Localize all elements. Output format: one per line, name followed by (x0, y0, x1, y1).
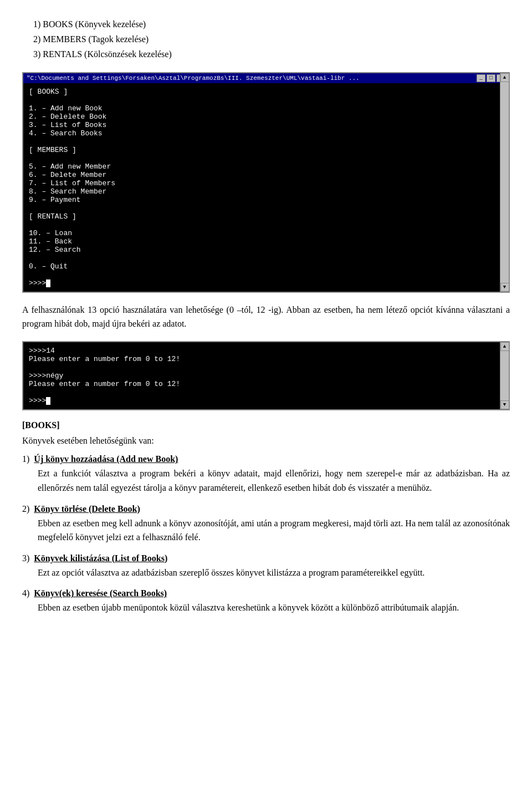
terminal-line: >>>>14 (29, 347, 492, 355)
terminal-content-2: >>>>14 Please enter a number from 0 to 1… (29, 347, 503, 405)
scroll-down-btn-2[interactable]: ▼ (500, 400, 509, 409)
terminal-cursor (46, 279, 50, 287)
book-item-4-header: 4) Könyv(ek) keresése (Search Books) (22, 588, 510, 598)
terminal-scrollbar-1[interactable]: ▲ ▼ (500, 73, 509, 292)
book-item-4-number: 4) (22, 588, 29, 598)
book-item-1: 1) Új könyv hozzáadása (Add new Book) Ez… (22, 454, 510, 495)
terminal-line: [ MEMBERS ] (29, 146, 492, 154)
terminal-line: Please enter a number from 0 to 12! (29, 355, 492, 363)
terminal-line (29, 96, 492, 104)
terminal-scrollbar-2[interactable]: ▲ ▼ (500, 342, 509, 409)
terminal-line: 6. – Delete Member (29, 171, 492, 179)
terminal-titlebar-1: "C:\Documents and Settings\Forsaken\Aszt… (23, 73, 509, 83)
paragraph-1: A felhasználónak 13 opció használatára v… (22, 303, 510, 331)
books-label: [BOOKS] (22, 420, 60, 430)
terminal-line (29, 138, 492, 146)
terminal-line (29, 154, 492, 162)
scroll-up-btn-2[interactable]: ▲ (500, 342, 509, 351)
book-item-1-header: 1) Új könyv hozzáadása (Add new Book) (22, 454, 510, 464)
intro-item-3: 3) RENTALS (Kölcsönzések kezelése) (33, 47, 510, 62)
terminal-line: 0. – Quit (29, 262, 492, 271)
terminal-line (29, 254, 492, 262)
terminal-window-1: "C:\Documents and Settings\Forsaken\Aszt… (22, 72, 510, 293)
book-item-3-desc: Ezt az opciót választva az adatbázisban … (38, 566, 510, 580)
book-item-1-heading: Új könyv hozzáadása (Add new Book) (34, 454, 178, 464)
terminal-line: 12. – Search (29, 246, 492, 254)
terminal-line: 5. – Add new Member (29, 162, 492, 171)
terminal-line (29, 221, 492, 229)
terminal-line: 11. – Back (29, 237, 492, 246)
terminal-line: >>>>négy (29, 372, 492, 380)
terminal-line: Please enter a number from 0 to 12! (29, 380, 492, 388)
terminal-content-1: [ BOOKS ] 1. – Add new Book 2. – Delelet… (29, 88, 503, 287)
books-section-intro: Könyvek esetében lehetőségünk van: (22, 434, 510, 448)
terminal-line: [ BOOKS ] (29, 88, 492, 96)
book-item-4-desc: Ebben az esetben újabb menüpontok közül … (38, 601, 510, 615)
terminal-line (29, 271, 492, 279)
book-item-2-heading: Könyv törlése (Delete Book) (34, 504, 140, 514)
terminal-minimize-btn[interactable]: _ (477, 74, 485, 82)
terminal-prompt-line: >>>> (29, 279, 492, 287)
terminal-line: 3. – List of Books (29, 121, 492, 129)
books-section: [BOOKS] Könyvek esetében lehetőségünk va… (22, 420, 510, 615)
terminal-line: 4. – Search Books (29, 129, 492, 138)
book-item-1-number: 1) (22, 454, 29, 464)
terminal-line: 1. – Add new Book (29, 104, 492, 113)
book-item-1-desc: Ezt a funkciót választva a program bekér… (38, 466, 510, 495)
intro-list: 1) BOOKS (Könyvek kezelése) 2) MEMBERS (… (22, 17, 510, 62)
book-item-3: 3) Könyvek kilistázása (List of Books) E… (22, 553, 510, 580)
book-item-2-number: 2) (22, 504, 29, 514)
book-item-3-number: 3) (22, 553, 29, 563)
book-item-2-desc: Ebben az esetben meg kell adnunk a könyv… (38, 516, 510, 545)
terminal-line (29, 363, 492, 372)
book-item-3-header: 3) Könyvek kilistázása (List of Books) (22, 553, 510, 563)
terminal-cursor-2 (46, 397, 50, 405)
terminal-line: 9. – Payment (29, 196, 492, 204)
book-item-2: 2) Könyv törlése (Delete Book) Ebben az … (22, 504, 510, 545)
terminal-maximize-btn[interactable]: □ (487, 74, 495, 82)
scroll-up-btn[interactable]: ▲ (500, 73, 509, 82)
book-item-4-heading: Könyv(ek) keresése (Search Books) (34, 588, 167, 598)
books-section-label: [BOOKS] (22, 420, 510, 430)
terminal-title-1: "C:\Documents and Settings\Forsaken\Aszt… (27, 75, 360, 82)
terminal-line: 2. – Delelete Book (29, 113, 492, 121)
terminal-window-2: >>>>14 Please enter a number from 0 to 1… (22, 341, 510, 410)
terminal-line (29, 204, 492, 212)
scroll-down-btn[interactable]: ▼ (500, 283, 509, 292)
intro-item-2: 2) MEMBERS (Tagok kezelése) (33, 32, 510, 47)
terminal-line (29, 388, 492, 397)
book-item-4: 4) Könyv(ek) keresése (Search Books) Ebb… (22, 588, 510, 615)
terminal-prompt-line-2: >>>> (29, 397, 492, 405)
terminal-line: 7. – List of Members (29, 179, 492, 187)
intro-item-1: 1) BOOKS (Könyvek kezelése) (33, 17, 510, 32)
terminal-line: 8. – Search Member (29, 187, 492, 196)
terminal-line: [ RENTALS ] (29, 212, 492, 221)
book-item-2-header: 2) Könyv törlése (Delete Book) (22, 504, 510, 514)
terminal-line: 10. – Loan (29, 229, 492, 237)
book-item-3-heading: Könyvek kilistázása (List of Books) (34, 553, 167, 563)
